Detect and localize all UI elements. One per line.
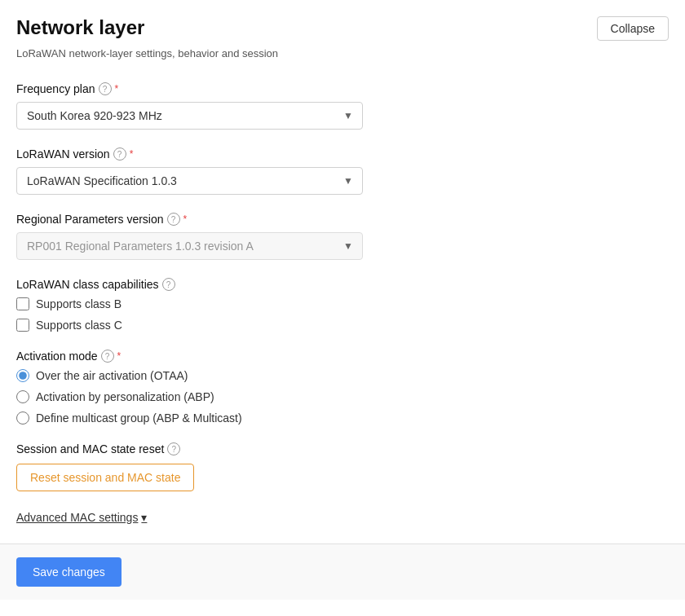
reset-session-button[interactable]: Reset session and MAC state: [16, 464, 194, 491]
frequency-plan-label: Frequency plan ? *: [16, 82, 669, 95]
checkbox-group: Supports class B Supports class C: [16, 297, 669, 332]
activation-mode-label: Activation mode ? *: [16, 350, 669, 363]
lorawan-version-group: LoRaWAN version ? * LoRaWAN Specificatio…: [16, 147, 669, 195]
activation-mode-required: *: [117, 350, 122, 362]
lorawan-version-label: LoRaWAN version ? *: [16, 147, 669, 161]
lorawan-version-help-icon[interactable]: ?: [113, 147, 126, 161]
collapse-button[interactable]: Collapse: [597, 16, 669, 41]
frequency-plan-required: *: [115, 83, 119, 95]
mac-reset-help-icon[interactable]: ?: [167, 442, 180, 455]
multicast-radio-item[interactable]: Define multicast group (ABP & Multicast): [16, 411, 669, 425]
chevron-down-icon: ▾: [141, 511, 147, 524]
abp-radio[interactable]: [16, 390, 29, 403]
multicast-label: Define multicast group (ABP & Multicast): [36, 411, 242, 425]
lorawan-version-select-wrapper: LoRaWAN Specification 1.0.3 ▼: [16, 167, 363, 195]
class-b-checkbox[interactable]: [16, 297, 29, 310]
regional-params-group: Regional Parameters version ? * RP001 Re…: [16, 213, 669, 260]
class-b-label: Supports class B: [36, 297, 122, 310]
frequency-plan-select-wrapper: South Korea 920-923 MHz ▼: [16, 102, 363, 130]
page-wrapper: Network layer Collapse LoRaWAN network-l…: [0, 0, 685, 616]
regional-params-select[interactable]: RP001 Regional Parameters 1.0.3 revision…: [16, 232, 363, 260]
otaa-label: Over the air activation (OTAA): [36, 369, 188, 382]
regional-params-select-wrapper: RP001 Regional Parameters 1.0.3 revision…: [16, 232, 363, 260]
activation-mode-group: Activation mode ? * Over the air activat…: [16, 350, 669, 425]
footer-bar: Save changes: [0, 543, 685, 600]
lorawan-version-required: *: [130, 148, 134, 160]
multicast-radio[interactable]: [16, 411, 29, 425]
lorawan-class-group: LoRaWAN class capabilities ? Supports cl…: [16, 278, 669, 332]
activation-mode-help-icon[interactable]: ?: [101, 350, 114, 363]
abp-label: Activation by personalization (ABP): [36, 390, 214, 403]
class-c-label: Supports class C: [36, 319, 122, 332]
radio-group: Over the air activation (OTAA) Activatio…: [16, 369, 669, 425]
class-b-item[interactable]: Supports class B: [16, 297, 669, 310]
frequency-plan-help-icon[interactable]: ?: [99, 82, 112, 95]
subtitle: LoRaWAN network-layer settings, behavior…: [16, 47, 669, 59]
regional-params-help-icon[interactable]: ?: [167, 213, 180, 226]
otaa-radio[interactable]: [16, 369, 29, 382]
advanced-mac-link[interactable]: Advanced MAC settings ▾: [16, 511, 669, 524]
lorawan-version-select[interactable]: LoRaWAN Specification 1.0.3: [16, 167, 363, 195]
regional-params-label: Regional Parameters version ? *: [16, 213, 669, 226]
otaa-radio-item[interactable]: Over the air activation (OTAA): [16, 369, 669, 382]
lorawan-class-help-icon[interactable]: ?: [162, 278, 175, 291]
abp-radio-item[interactable]: Activation by personalization (ABP): [16, 390, 669, 403]
page-title: Network layer: [16, 16, 144, 39]
regional-params-required: *: [183, 213, 188, 225]
header-row: Network layer Collapse: [16, 16, 669, 41]
class-c-checkbox[interactable]: [16, 319, 29, 332]
frequency-plan-select[interactable]: South Korea 920-923 MHz: [16, 102, 363, 130]
lorawan-class-label: LoRaWAN class capabilities ?: [16, 278, 669, 291]
frequency-plan-group: Frequency plan ? * South Korea 920-923 M…: [16, 82, 669, 130]
mac-reset-label: Session and MAC state reset ?: [16, 442, 669, 455]
class-c-item[interactable]: Supports class C: [16, 319, 669, 332]
mac-reset-section: Session and MAC state reset ? Reset sess…: [16, 442, 669, 491]
save-button[interactable]: Save changes: [16, 557, 122, 587]
